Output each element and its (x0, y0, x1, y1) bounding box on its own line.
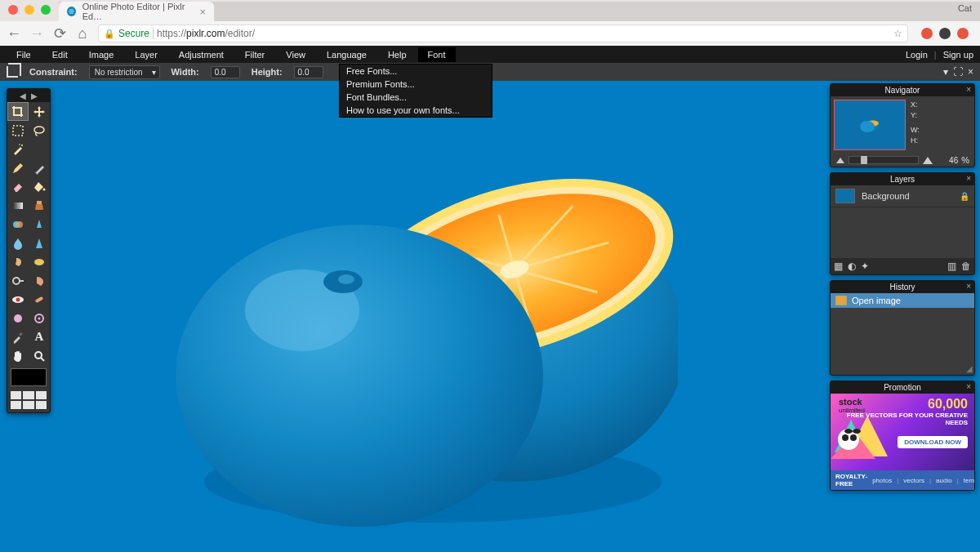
eraser-tool[interactable] (7, 177, 29, 196)
promo-link-audio[interactable]: audio (936, 477, 952, 484)
marquee-tool[interactable] (7, 121, 29, 140)
smudge-tool[interactable] (7, 252, 29, 271)
close-options-icon[interactable]: × (968, 66, 973, 78)
foreground-color-swatch[interactable] (11, 368, 47, 386)
layers-panel: Layers× Background 🔒 ▦ ◐ ✦ ▥ 🗑 (830, 172, 975, 275)
promo-link-photos[interactable]: photos (872, 477, 892, 484)
wand-tool[interactable] (7, 140, 29, 158)
layer-mask-icon[interactable]: ◐ (848, 260, 856, 272)
palette-swatch[interactable] (36, 401, 47, 409)
menu-premium-fonts[interactable]: Premium Fonts... (340, 78, 492, 91)
collapse-panels-icon[interactable]: ▾ (943, 66, 948, 78)
menu-edit[interactable]: Edit (42, 47, 78, 62)
brush-tool[interactable] (29, 158, 50, 177)
evernote-extension-icon[interactable] (939, 28, 951, 39)
extension-icon[interactable] (921, 28, 933, 39)
zoom-in-icon[interactable] (922, 155, 933, 165)
panel-resize-icon[interactable]: ◢ (966, 364, 973, 373)
menu-use-own-fonts[interactable]: How to use your own fonts... (340, 104, 492, 117)
extension-icon[interactable] (957, 28, 969, 39)
window-minimize-button[interactable] (24, 5, 34, 15)
menu-help[interactable]: Help (378, 47, 416, 62)
address-bar[interactable]: 🔒 Secure https://pixlr.com/editor/ ☆ (98, 24, 908, 42)
history-row[interactable]: Open image (831, 293, 974, 308)
menu-adjustment[interactable]: Adjustment (169, 47, 234, 62)
window-close-button[interactable] (8, 5, 18, 15)
dodge-tool[interactable] (7, 271, 29, 290)
promo-link-vectors[interactable]: vectors (903, 477, 924, 484)
palette-swatch[interactable] (23, 401, 33, 409)
palette-swatch[interactable] (11, 391, 21, 399)
paint-bucket-tool[interactable] (29, 177, 50, 196)
menu-font[interactable]: Font (418, 47, 456, 62)
menu-view[interactable]: View (276, 47, 315, 62)
move-tool[interactable] (29, 102, 50, 121)
canvas-area[interactable] (0, 82, 826, 552)
constraint-dropdown[interactable]: No restriction (89, 65, 160, 79)
navigator-thumbnail[interactable] (834, 100, 906, 150)
delete-layer-icon[interactable]: 🗑 (961, 260, 971, 272)
nav-reload-button[interactable]: ⟳ (52, 24, 67, 42)
panel-close-icon[interactable]: × (966, 382, 971, 391)
window-maximize-button[interactable] (41, 5, 51, 15)
tab-close-icon[interactable]: × (199, 6, 206, 18)
width-input[interactable]: 0.0 (211, 66, 240, 78)
menu-language[interactable]: Language (317, 47, 376, 62)
login-link[interactable]: Login (906, 50, 928, 60)
browser-tab[interactable]: Online Photo Editor | Pixlr Ed… × (59, 2, 214, 21)
eyedropper-tool[interactable] (7, 327, 29, 346)
zoom-out-icon[interactable] (835, 156, 845, 164)
clone-stamp-tool[interactable] (29, 196, 50, 215)
menu-file[interactable]: File (7, 47, 41, 62)
zoom-slider[interactable] (849, 156, 919, 164)
lock-icon: 🔒 (104, 29, 115, 39)
panel-close-icon[interactable]: × (966, 174, 971, 183)
color-replace-tool[interactable] (7, 215, 29, 234)
promo-link-templates[interactable]: templates (964, 477, 974, 484)
red-eye-tool[interactable] (7, 290, 29, 309)
nav-forward-button[interactable]: → (29, 25, 44, 42)
crop-tool[interactable] (7, 102, 29, 121)
pinch-tool[interactable] (29, 309, 50, 327)
menu-image[interactable]: Image (79, 47, 124, 62)
panel-close-icon[interactable]: × (966, 85, 971, 94)
drawing-tool[interactable] (29, 215, 50, 234)
toolbox-prev-icon[interactable]: ◀ (20, 91, 26, 100)
layer-lock-icon[interactable]: 🔒 (960, 192, 969, 201)
menu-layer[interactable]: Layer (125, 47, 167, 62)
type-tool[interactable]: A (29, 327, 50, 346)
promo-cta-button[interactable]: DOWNLOAD NOW (898, 436, 968, 448)
signup-link[interactable]: Sign up (943, 50, 973, 60)
sharpen-tool[interactable] (29, 234, 50, 252)
toolbox-next-icon[interactable]: ▶ (31, 91, 38, 100)
spot-heal-tool[interactable] (29, 290, 50, 309)
sponge-tool[interactable] (29, 252, 50, 271)
palette-swatch[interactable] (36, 391, 47, 399)
browser-profile-label[interactable]: Cat (958, 3, 972, 13)
selection-tool[interactable] (29, 140, 50, 158)
blur-tool[interactable] (7, 234, 29, 252)
palette-swatch[interactable] (11, 401, 21, 409)
hand-tool[interactable] (7, 346, 29, 365)
pencil-tool[interactable] (7, 158, 29, 177)
bloat-tool[interactable] (7, 309, 29, 327)
layer-settings-icon[interactable]: ▦ (834, 260, 843, 272)
burn-tool[interactable] (29, 271, 50, 290)
zoom-tool[interactable] (29, 346, 50, 365)
layer-row[interactable]: Background 🔒 (831, 185, 974, 207)
gradient-tool[interactable] (7, 196, 29, 215)
fullscreen-icon[interactable]: ⛶ (953, 66, 963, 78)
menu-free-fonts[interactable]: Free Fonts... (340, 65, 492, 78)
nav-back-button[interactable]: ← (7, 25, 21, 42)
bookmark-star-icon[interactable]: ☆ (893, 28, 902, 39)
menu-filter[interactable]: Filter (235, 47, 274, 62)
panel-close-icon[interactable]: × (966, 282, 971, 291)
lasso-tool[interactable] (29, 121, 50, 140)
nav-home-button[interactable]: ⌂ (75, 25, 90, 42)
menu-font-bundles[interactable]: Font Bundles... (340, 91, 492, 104)
palette-swatch[interactable] (23, 391, 33, 399)
height-input[interactable]: 0.0 (294, 66, 323, 78)
layer-styles-icon[interactable]: ✦ (861, 260, 869, 272)
promotion-banner[interactable]: stockunlimited 60,000 FREE VECTORS FOR Y… (831, 394, 974, 490)
new-layer-icon[interactable]: ▥ (947, 260, 956, 272)
